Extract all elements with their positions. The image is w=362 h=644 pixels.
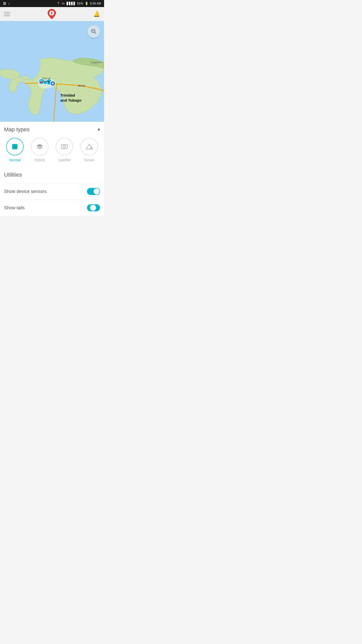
map-type-normal-icon xyxy=(6,138,24,155)
svg-rect-28 xyxy=(12,144,15,149)
toggle-knob xyxy=(94,188,100,194)
map-types-title: Map types xyxy=(4,126,30,133)
svg-text:and Tobago: and Tobago xyxy=(60,98,81,102)
zoom-out-button[interactable] xyxy=(87,25,100,38)
status-left-icons: 🖼 ♪ xyxy=(3,2,10,5)
app-logo xyxy=(46,9,57,20)
utilities-title: Utilities xyxy=(4,169,100,183)
map-type-satellite-icon xyxy=(56,138,73,155)
svg-point-7 xyxy=(51,13,52,14)
battery-label: 61% xyxy=(77,2,83,5)
location-icon: 📍 xyxy=(57,2,60,5)
map-type-hybrid-icon xyxy=(31,138,49,155)
svg-point-15 xyxy=(52,83,54,85)
map-type-normal-label: Normal xyxy=(9,158,21,162)
status-right-icons: 📍 H+ ▋▋▋▋ 61% 🔋 8:36 AM xyxy=(57,2,101,5)
show-device-sensors-toggle[interactable] xyxy=(87,188,100,195)
show-tails-toggle[interactable] xyxy=(87,204,100,211)
svg-line-26 xyxy=(95,32,96,34)
svg-text:Crown Po...: Crown Po... xyxy=(90,61,104,64)
map-type-terrain[interactable]: Terrain xyxy=(78,138,100,162)
bottom-panel: Map types ▾ Normal xyxy=(0,122,104,216)
svg-text:Spain: Spain xyxy=(42,80,49,83)
show-device-sensors-row: Show device sensors xyxy=(4,183,100,199)
map-type-hybrid[interactable]: Hybrid xyxy=(29,138,51,162)
svg-point-35 xyxy=(64,146,65,147)
utilities-section: Utilities Show device sensors Show tails xyxy=(4,167,100,216)
time-label: 8:36 AM xyxy=(90,2,101,5)
photo-icon: 🖼 xyxy=(3,2,6,5)
svg-marker-37 xyxy=(89,146,93,149)
show-device-sensors-label: Show device sensors xyxy=(4,189,47,194)
show-tails-label: Show tails xyxy=(4,205,25,211)
svg-rect-29 xyxy=(15,144,17,149)
svg-text:Arima: Arima xyxy=(78,84,85,87)
signal-hplus-icon: H+ xyxy=(62,2,65,5)
svg-marker-32 xyxy=(37,146,43,149)
svg-text:Trinidad: Trinidad xyxy=(60,93,75,97)
toggle-knob-tails xyxy=(90,205,96,211)
map-types-header: Map types ▾ xyxy=(4,122,100,136)
map-type-terrain-icon xyxy=(80,138,98,155)
map-types-row: Normal Hybrid xyxy=(4,136,100,167)
status-bar: 🖼 ♪ 📍 H+ ▋▋▋▋ 61% 🔋 8:36 AM xyxy=(0,0,104,7)
map-types-chevron[interactable]: ▾ xyxy=(98,127,100,133)
map-type-normal[interactable]: Normal xyxy=(4,138,26,162)
menu-button[interactable] xyxy=(4,12,10,16)
map-view[interactable]: 🚗 👤 Port of Spain Arima Trinidad and Tob… xyxy=(0,21,104,122)
notification-button[interactable]: 🔔 xyxy=(93,11,100,17)
map-type-satellite-label: Satellite xyxy=(58,158,71,162)
map-type-satellite[interactable]: Satellite xyxy=(54,138,75,162)
signal-bars-icon: ▋▋▋▋ xyxy=(67,2,76,5)
battery-icon: 🔋 xyxy=(85,2,88,5)
map-type-hybrid-label: Hybrid xyxy=(35,158,45,162)
map-type-terrain-label: Terrain xyxy=(84,158,95,162)
app-bar: 🔔 xyxy=(0,7,104,21)
music-icon: ♪ xyxy=(8,2,10,5)
show-tails-row: Show tails xyxy=(4,199,100,216)
